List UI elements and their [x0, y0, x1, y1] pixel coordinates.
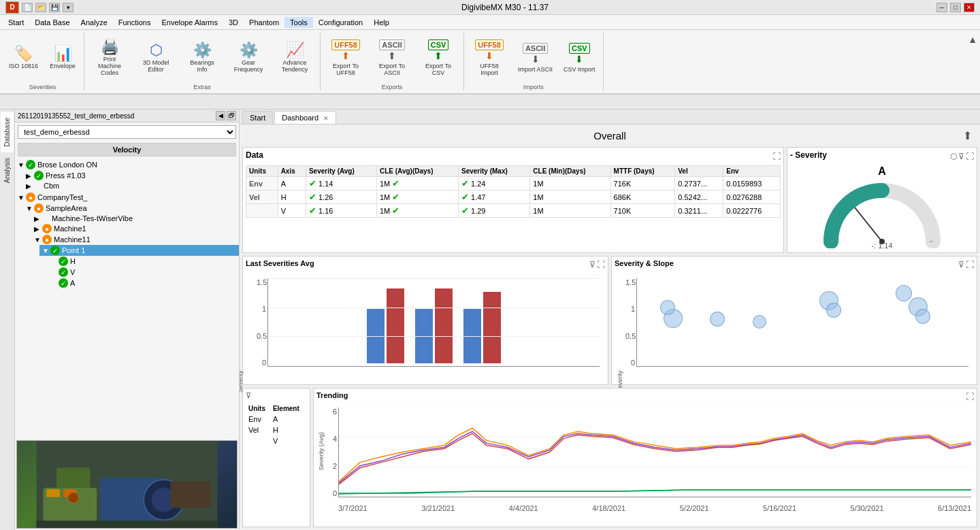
menu-analyze[interactable]: Analyze — [76, 17, 113, 28]
last-sev-y-ticks: 1.510.50 — [257, 278, 266, 367]
export-ascii-btn[interactable]: ASCII ⬆ Export To ASCII — [370, 35, 414, 81]
maximize-btn[interactable]: □ — [950, 3, 961, 12]
toggle-machinetest[interactable]: ▶ — [34, 215, 42, 222]
menu-3d[interactable]: 3D — [223, 17, 244, 28]
dropdown-btn[interactable]: ▾ — [63, 3, 74, 12]
gear-frequency-btn[interactable]: ⚙️ Gear Frequency — [226, 35, 271, 81]
tree-item-brose[interactable]: ▼ ✓ Brose London ON — [15, 159, 239, 170]
minimize-btn[interactable]: ─ — [936, 3, 947, 12]
menu-configuration[interactable]: Configuration — [313, 17, 368, 28]
bar-red-3[interactable] — [483, 292, 501, 363]
export-uff58-btn[interactable]: UFF58 ⬆ Export To UFF58 — [323, 35, 368, 81]
units-empty-side — [247, 436, 270, 446]
app-icon: D — [5, 1, 19, 14]
last-severities-panel: Last Severities Avg ⊽ ⛶ Severity 1.510.5… — [242, 256, 608, 385]
env-a: 0.0159893 — [723, 177, 781, 191]
open-btn[interactable]: 📂 — [35, 3, 46, 12]
tab-start[interactable]: Start — [242, 111, 273, 124]
export-ascii-label: Export To ASCII — [374, 63, 410, 76]
csv-import-btn[interactable]: CSV ⬇ CSV Import — [559, 35, 600, 81]
tree-item-point1[interactable]: ▼ ✓ Point 1 — [39, 245, 239, 256]
advance-tendency-btn[interactable]: 📈 Advance Tendency — [272, 35, 317, 81]
bar-red-2[interactable] — [435, 288, 453, 363]
toggle-press[interactable]: ▶ — [26, 172, 34, 180]
trending-svg — [339, 408, 971, 497]
menu-phantom[interactable]: Phantom — [244, 17, 284, 28]
tree-item-h[interactable]: ✓ H — [48, 256, 239, 267]
last-sev-header: Last Severities Avg ⊽ ⛶ — [246, 259, 605, 270]
toggle-samplearea[interactable]: ▼ — [26, 205, 34, 212]
sidebar-tab-analysis[interactable]: Analysis — [1, 152, 14, 188]
bearings-info-btn[interactable]: ⚙️ Bearings Info — [180, 35, 225, 81]
trending-header: Trending ⛶ — [316, 391, 974, 402]
toolbar-group-exports: UFF58 ⬆ Export To UFF58 ASCII ⬆ Export T… — [321, 33, 464, 90]
toggle-cbm[interactable]: ▶ — [26, 182, 34, 190]
tree-item-companytest[interactable]: ▼ ● CompanyTest_ — [15, 192, 239, 203]
tree-item-machinetest[interactable]: ▶ Machine-Tes-tWiserVibe — [31, 214, 239, 223]
menu-bar: Start Data Base Analyze Functions Envelo… — [0, 15, 980, 30]
menu-database[interactable]: Data Base — [29, 17, 75, 28]
tree-label-h: H — [70, 257, 76, 265]
last-sev-fullscreen-icon[interactable]: ⛶ — [597, 260, 605, 269]
print-machine-codes-btn[interactable]: 🖨️ Print Machine Codes — [87, 35, 132, 81]
save-btn[interactable]: 💾 — [49, 3, 60, 12]
toggle-machine1[interactable]: ▶ — [34, 225, 42, 233]
tab-dashboard[interactable]: Dashboard ✕ — [274, 111, 336, 124]
menu-tools[interactable]: Tools — [284, 17, 313, 28]
units-empty — [246, 204, 278, 218]
database-dropdown[interactable]: test_demo_erbessd — [18, 125, 236, 139]
tree-item-samplearea[interactable]: ▼ ● SampleArea — [23, 203, 239, 214]
tree-item-press[interactable]: ▶ ✓ Press #1.03 — [23, 170, 239, 181]
severity-fullscreen-icon[interactable]: ⛶ — [966, 152, 974, 161]
menu-help[interactable]: Help — [368, 17, 395, 28]
3d-label: 3D Model Editor — [138, 59, 174, 73]
tree-item-v[interactable]: ✓ V — [48, 267, 239, 278]
envelope-btn[interactable]: 📊 Envelope — [44, 35, 81, 81]
3d-model-editor-btn[interactable]: ⬡ 3D Model Editor — [133, 35, 178, 81]
sev-slope-filter-icon[interactable]: ⊽ — [958, 260, 964, 269]
gauge-svg — [821, 180, 943, 248]
tree-item-machine1[interactable]: ▶ ● Machine1 — [31, 223, 239, 234]
trending-filter-icon[interactable]: ⊽ — [246, 391, 251, 400]
data-fullscreen-icon[interactable]: ⛶ — [772, 152, 781, 161]
menu-functions[interactable]: Functions — [113, 17, 157, 28]
env-h: 0.0276288 — [723, 191, 781, 204]
scatter-dot-3 — [710, 312, 725, 327]
panel-nav-back[interactable]: ◀ — [216, 111, 225, 120]
export-icon[interactable]: ⬆ — [963, 129, 972, 142]
table-row: Env A ✔ 1.14 1M ✔ ✔ 1.24 1M 716K 0.2737.… — [246, 177, 781, 191]
close-btn[interactable]: ✕ — [964, 3, 975, 12]
uff58-import-btn[interactable]: UFF58 ⬇ UFF58 Import — [467, 35, 512, 81]
bar-red-1[interactable] — [387, 288, 404, 363]
toggle-point1[interactable]: ▼ — [42, 247, 50, 254]
sidebar-tab-database[interactable]: Database — [1, 112, 14, 152]
iso-icon: 🏷️ — [14, 46, 33, 61]
import-ascii-label: Import ASCII — [518, 66, 553, 73]
severity-layer-icon[interactable]: ⬡ — [950, 152, 957, 161]
menu-start[interactable]: Start — [3, 17, 29, 28]
export-csv-btn[interactable]: CSV ⬆ Export To CSV — [416, 35, 461, 81]
iso10816-btn[interactable]: 🏷️ ISO 10816 — [4, 35, 43, 81]
severity-filter-icon[interactable]: ⊽ — [958, 152, 964, 161]
uff58-import-label: UFF58 Import — [472, 63, 507, 76]
new-btn[interactable]: 📄 — [22, 3, 33, 12]
print-label: Print Machine Codes — [92, 56, 127, 76]
trending-side-panel: ⊽ Units Element Env A Vel H — [242, 388, 310, 527]
tree-item-machine11[interactable]: ▼ ● Machine11 — [31, 234, 239, 245]
dashboard: Overall ⬆ Data ⛶ Units — [240, 125, 980, 530]
trending-fullscreen-icon[interactable]: ⛶ — [966, 392, 974, 401]
tree-item-a[interactable]: ✓ A — [48, 278, 239, 288]
toolbar-collapse-btn[interactable]: ▲ — [968, 34, 977, 45]
last-sev-filter-icon[interactable]: ⊽ — [589, 260, 595, 269]
toggle-machine11[interactable]: ▼ — [34, 236, 42, 244]
menu-envelope-alarms[interactable]: Envelope Alarms — [156, 17, 223, 28]
toggle-brose[interactable]: ▼ — [18, 161, 26, 169]
tab-dashboard-close[interactable]: ✕ — [323, 115, 329, 122]
tree-item-cbm[interactable]: ▶ Cbm — [23, 181, 239, 191]
toggle-companytest[interactable]: ▼ — [18, 194, 26, 201]
data-panel-icons: ⛶ — [772, 152, 781, 161]
tree-label-samplearea: SampleArea — [46, 204, 87, 212]
import-ascii-btn[interactable]: ASCII ⬇ Import ASCII — [513, 35, 557, 81]
sev-slope-fullscreen-icon[interactable]: ⛶ — [966, 260, 974, 269]
panel-undock[interactable]: 🗗 — [227, 111, 236, 120]
